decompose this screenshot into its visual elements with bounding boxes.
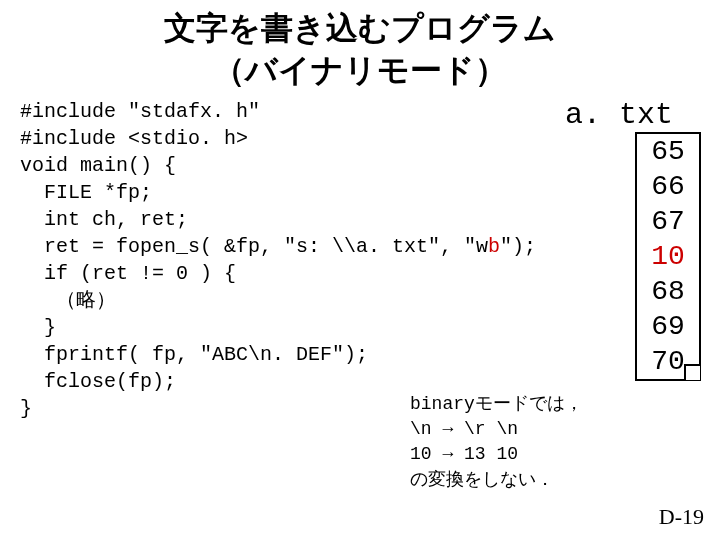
code-line: fprintf( fp, "ABC\n. DEF"); <box>20 343 368 366</box>
note-line: binaryモードでは， <box>410 392 583 417</box>
note-line: 10 → 13 10 <box>410 442 583 467</box>
dog-ear-icon <box>684 364 700 380</box>
file-value: 68 <box>637 274 699 309</box>
file-value: 69 <box>637 309 699 344</box>
slide-title: 文字を書き込むプログラム （バイナリモード） <box>0 0 720 95</box>
title-line-2: （バイナリモード） <box>213 52 507 88</box>
file-value: 66 <box>637 169 699 204</box>
code-line: "); <box>500 235 536 258</box>
code-line: fclose(fp); <box>20 370 176 393</box>
code-line: （略） <box>20 289 116 312</box>
code-line: if (ret != 0 ) { <box>20 262 236 285</box>
code-line: } <box>20 397 32 420</box>
annotation-note: binaryモードでは， \n → \r \n 10 → 13 10 の変換をし… <box>410 392 583 493</box>
file-value: 65 <box>637 134 699 169</box>
code-listing: #include "stdafx. h" #include <stdio. h>… <box>20 98 536 422</box>
code-line: FILE *fp; <box>20 181 152 204</box>
page-number: D-19 <box>659 504 704 530</box>
code-line: #include <stdio. h> <box>20 127 248 150</box>
note-line: の変換をしない． <box>410 468 583 493</box>
file-value-highlight: 10 <box>637 239 699 274</box>
file-value: 67 <box>637 204 699 239</box>
code-line: ret = fopen_s( &fp, "s: \\a. txt", "w <box>20 235 488 258</box>
file-content-box: 65 66 67 10 68 69 70 <box>635 132 701 381</box>
code-line: } <box>20 316 56 339</box>
title-line-1: 文字を書き込むプログラム <box>164 10 556 46</box>
code-line: int ch, ret; <box>20 208 188 231</box>
code-line: void main() { <box>20 154 176 177</box>
code-highlight: b <box>488 235 500 258</box>
code-line: #include "stdafx. h" <box>20 100 260 123</box>
file-name-label: a. txt <box>565 98 673 132</box>
note-line: \n → \r \n <box>410 417 583 442</box>
